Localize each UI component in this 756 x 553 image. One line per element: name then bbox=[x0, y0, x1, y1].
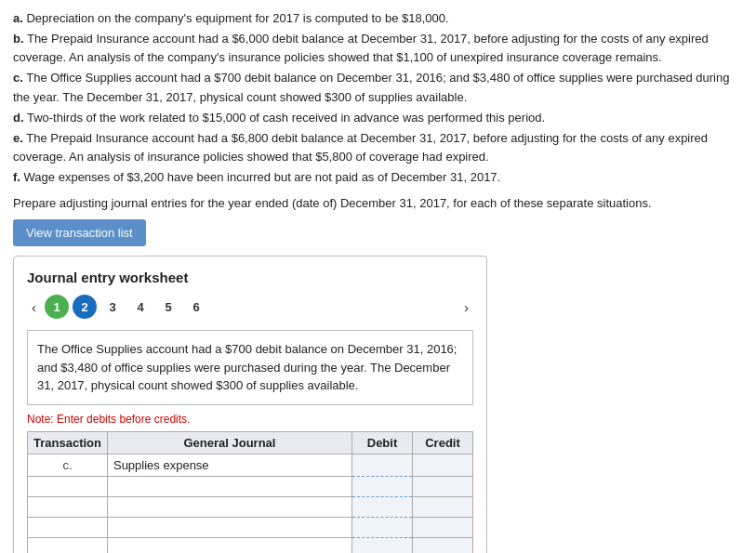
tab-5-button[interactable]: 5 bbox=[156, 295, 180, 319]
intro-text-f: Wage expenses of $3,200 have been incurr… bbox=[24, 170, 501, 184]
intro-item-c: c. The Office Supplies account had a $70… bbox=[13, 69, 743, 106]
intro-list: a. Depreciation on the company's equipme… bbox=[13, 9, 743, 187]
intro-label-b: b. bbox=[13, 32, 24, 46]
scenario-text: The Office Supplies account had a $700 d… bbox=[37, 342, 457, 392]
cell-debit-4[interactable] bbox=[352, 537, 413, 553]
intro-item-b: b. The Prepaid Insurance account had a $… bbox=[13, 30, 743, 67]
cell-credit-2[interactable] bbox=[413, 496, 473, 517]
intro-text-c: The Office Supplies account had a $700 d… bbox=[13, 71, 729, 103]
intro-item-d: d. Two-thirds of the work related to $15… bbox=[13, 109, 743, 127]
intro-label-d: d. bbox=[13, 111, 24, 125]
cell-transaction-2 bbox=[28, 496, 108, 517]
intro-item-e: e. The Prepaid Insurance account had a $… bbox=[13, 129, 743, 166]
cell-general-3[interactable] bbox=[107, 517, 351, 537]
intro-text-b: The Prepaid Insurance account had a $6,0… bbox=[13, 32, 709, 64]
table-row bbox=[28, 496, 473, 517]
view-transaction-list-button[interactable]: View transaction list bbox=[13, 219, 146, 246]
col-header-general: General Journal bbox=[107, 431, 351, 454]
cell-credit-0[interactable] bbox=[413, 454, 473, 476]
table-row bbox=[28, 517, 473, 537]
intro-label-e: e. bbox=[13, 131, 23, 145]
col-header-transaction: Transaction bbox=[28, 431, 108, 454]
cell-general-1[interactable] bbox=[107, 476, 351, 496]
tab-2-button[interactable]: 2 bbox=[73, 295, 97, 319]
tab-6-button[interactable]: 6 bbox=[184, 295, 208, 319]
worksheet-container: Journal entry worksheet ‹ 1 2 3 4 5 6 › … bbox=[13, 256, 487, 553]
prepare-text: Prepare adjusting journal entries for th… bbox=[13, 196, 743, 210]
cell-transaction-4 bbox=[28, 537, 108, 553]
intro-label-a: a. bbox=[13, 11, 23, 25]
cell-transaction-0: c. bbox=[28, 454, 108, 476]
col-header-credit: Credit bbox=[413, 431, 473, 454]
cell-transaction-3 bbox=[28, 517, 108, 537]
tab-3-button[interactable]: 3 bbox=[100, 295, 125, 319]
table-row bbox=[28, 476, 473, 496]
cell-general-2[interactable] bbox=[107, 496, 351, 517]
tab-prev-button[interactable]: ‹ bbox=[27, 297, 41, 317]
cell-transaction-1 bbox=[28, 476, 108, 496]
intro-item-a: a. Depreciation on the company's equipme… bbox=[13, 9, 743, 28]
intro-text-a: Depreciation on the company's equipment … bbox=[26, 11, 448, 25]
note-text: Note: Enter debits before credits. bbox=[27, 413, 473, 426]
tab-next-button[interactable]: › bbox=[459, 297, 473, 317]
table-row bbox=[28, 537, 473, 553]
cell-credit-4[interactable] bbox=[413, 537, 473, 553]
cell-debit-3[interactable] bbox=[352, 517, 413, 537]
tab-row: ‹ 1 2 3 4 5 6 › bbox=[27, 295, 473, 319]
tab-4-button[interactable]: 4 bbox=[128, 295, 153, 319]
cell-debit-1[interactable] bbox=[352, 476, 413, 496]
cell-credit-3[interactable] bbox=[413, 517, 473, 537]
cell-general-0[interactable]: Supplies expense bbox=[107, 454, 351, 476]
intro-label-c: c. bbox=[13, 71, 23, 85]
cell-credit-1[interactable] bbox=[413, 476, 473, 496]
intro-item-f: f. Wage expenses of $3,200 have been inc… bbox=[13, 168, 743, 187]
intro-text-e: The Prepaid Insurance account had a $6,8… bbox=[13, 131, 708, 164]
journal-table: Transaction General Journal Debit Credit… bbox=[27, 431, 473, 553]
table-row: c.Supplies expense bbox=[28, 454, 473, 476]
intro-text-d: Two-thirds of the work related to $15,00… bbox=[27, 111, 545, 125]
cell-debit-0[interactable] bbox=[352, 454, 413, 476]
worksheet-title: Journal entry worksheet bbox=[27, 270, 473, 285]
scenario-box: The Office Supplies account had a $700 d… bbox=[27, 330, 473, 405]
col-header-debit: Debit bbox=[352, 431, 413, 454]
cell-general-4[interactable] bbox=[107, 537, 351, 553]
tab-1-button[interactable]: 1 bbox=[45, 295, 69, 319]
intro-label-f: f. bbox=[13, 170, 20, 184]
cell-debit-2[interactable] bbox=[352, 496, 413, 517]
